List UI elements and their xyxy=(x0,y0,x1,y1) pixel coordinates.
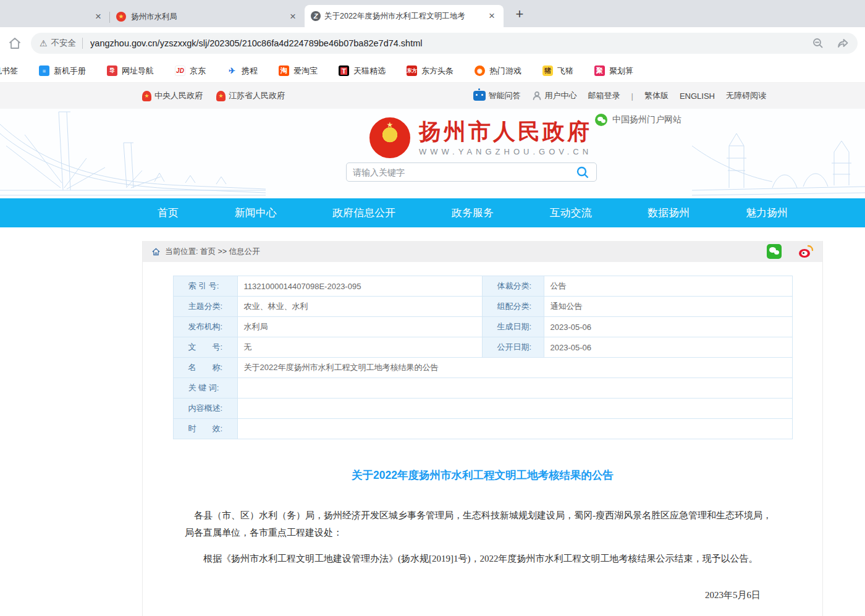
bookmark-label: 飞猪 xyxy=(557,65,573,77)
mail-login-link[interactable]: 邮箱登录 xyxy=(588,90,620,101)
portal-link[interactable]: 中国扬州门户网站 xyxy=(595,114,681,126)
meta-value: 2023-05-06 xyxy=(544,337,792,358)
home-icon[interactable] xyxy=(7,36,22,51)
zoom-out-icon[interactable] xyxy=(812,37,824,49)
national-emblem-logo xyxy=(369,117,410,158)
search-input[interactable] xyxy=(353,167,575,177)
table-row: 文 号: 无 公开日期: 2023-05-06 xyxy=(173,337,792,358)
banner-artwork-right xyxy=(692,109,865,198)
taobao-icon: 淘 xyxy=(279,65,289,76)
nav-interaction[interactable]: 互动交流 xyxy=(550,206,592,220)
fliggy-icon: 猪 xyxy=(542,65,553,76)
nav-news[interactable]: 新闻中心 xyxy=(235,206,277,220)
gov-emblem-favicon: ★ xyxy=(116,12,126,22)
meta-value: 公告 xyxy=(544,276,792,297)
smart-qa-link[interactable]: 智能问答 xyxy=(473,90,521,101)
wechat-share-icon[interactable] xyxy=(767,244,782,259)
link-label: 江苏省人民政府 xyxy=(229,90,285,101)
user-center-link[interactable]: 用户中心 xyxy=(532,90,577,101)
url-nav-icon: 导 xyxy=(107,65,117,76)
breadcrumb-home-icon[interactable] xyxy=(151,247,161,256)
tab-close-icon[interactable]: × xyxy=(486,11,497,22)
tab-close-icon[interactable]: × xyxy=(287,11,298,22)
accessibility-link[interactable]: 无障碍阅读 xyxy=(726,90,766,101)
insecure-warning-icon[interactable]: ⚠ xyxy=(40,38,48,48)
article-body: 关于2022年度扬州市水利工程文明工地考核结果的公告 各县（市、区）水利（务）局… xyxy=(143,468,822,616)
link-jiangsu-gov[interactable]: ★ 江苏省人民政府 xyxy=(216,90,285,101)
meta-value: 农业、林业、水利 xyxy=(237,297,482,317)
bookmark-label: 天猫精选 xyxy=(353,65,386,77)
juhuasuan-icon: 聚 xyxy=(594,65,605,76)
new-tab-button[interactable]: + xyxy=(511,6,528,23)
nav-data-yangzhou[interactable]: 数据扬州 xyxy=(648,206,690,220)
banner-artwork-left xyxy=(0,109,266,198)
table-row: 内容概述: xyxy=(173,399,792,419)
bookmark-juhuasuan[interactable]: 聚 聚划算 xyxy=(594,65,633,77)
nav-info-disclosure[interactable]: 政府信息公开 xyxy=(332,206,395,220)
meta-label: 主题分类: xyxy=(173,297,237,317)
ctrip-icon: ✈ xyxy=(227,65,237,76)
meta-value: 关于2022年度扬州市水利工程文明工地考核结果的公告 xyxy=(237,358,792,378)
gov-emblem-icon: ★ xyxy=(142,91,151,101)
site-banner: 扬州市人民政府 WWW.YANGZHOU.GOV.CN 中国扬州门户网站 xyxy=(0,109,865,198)
url-text[interactable]: yangzhou.gov.cn/yzszxxgk/slj/202305/210c… xyxy=(90,38,804,48)
table-row: 主题分类: 农业、林业、水利 组配分类: 通知公告 xyxy=(173,297,792,317)
share-icon[interactable] xyxy=(837,37,849,49)
bookmark-aitaobao[interactable]: 淘 爱淘宝 xyxy=(279,65,318,77)
document-meta-table: 索 引 号: 11321000014407098E-2023-095 体裁分类:… xyxy=(173,276,793,439)
site-utility-bar: ★ 中央人民政府 ★ 江苏省人民政府 智能问答 用户中心 邮箱登录 | 繁体版 xyxy=(0,83,865,109)
tab-bar: × ★ 扬州市水利局 × Z 关于2022年度扬州市水利工程文明工地考 × + xyxy=(0,0,865,27)
meta-value xyxy=(237,419,792,439)
bookmark-tmall[interactable]: T 天猫精选 xyxy=(339,65,386,77)
content-area: 当前位置: 首页 >> 信息公开 索 引 号: 1132100001440709… xyxy=(142,241,823,616)
tab-1[interactable]: × xyxy=(0,6,110,27)
bookmarks-bar: 机书签 ≡ 新机手册 导 网址导航 JD 京东 ✈ 携程 淘 爱淘宝 T 天猫精… xyxy=(0,59,865,83)
site-favicon: Z xyxy=(311,11,321,21)
bookmark-label: 爱淘宝 xyxy=(293,65,318,77)
nav-home[interactable]: 首页 xyxy=(158,206,179,220)
english-link[interactable]: ENGLISH xyxy=(680,91,715,101)
meta-label: 关 键 词: xyxy=(173,378,237,399)
tab-title: 关于2022年度扬州市水利工程文明工地考 xyxy=(324,11,483,22)
link-label: 用户中心 xyxy=(545,90,577,101)
link-label: 中央人民政府 xyxy=(154,90,203,101)
bookmark-label: 东方头条 xyxy=(421,65,454,77)
traditional-link[interactable]: 繁体版 xyxy=(644,90,669,101)
separator: | xyxy=(631,91,633,101)
meta-label: 名 称: xyxy=(173,358,237,378)
search-icon[interactable] xyxy=(575,165,590,180)
table-row: 名 称: 关于2022年度扬州市水利工程文明工地考核结果的公告 xyxy=(173,358,792,378)
bookmark-eastday[interactable]: 东方 东方头条 xyxy=(407,65,454,77)
bookmark-ctrip[interactable]: ✈ 携程 xyxy=(227,65,258,77)
meta-value: 2023-05-06 xyxy=(544,317,792,337)
meta-value: 水利局 xyxy=(237,317,482,337)
breadcrumb: 当前位置: 首页 >> 信息公开 xyxy=(143,241,822,262)
bookmark-url-nav[interactable]: 导 网址导航 xyxy=(107,65,154,77)
tab-3-active[interactable]: Z 关于2022年度扬州市水利工程文明工地考 × xyxy=(305,5,504,27)
main-nav: 首页 新闻中心 政府信息公开 政务服务 互动交流 数据扬州 魅力扬州 xyxy=(0,198,865,227)
tab-close-icon[interactable]: × xyxy=(93,11,104,22)
nav-charm-yangzhou[interactable]: 魅力扬州 xyxy=(746,206,788,220)
bookmark-fliggy[interactable]: 猪 飞猪 xyxy=(542,65,573,77)
site-url-text: WWW.YANGZHOU.GOV.CN xyxy=(419,147,592,156)
meta-label: 组配分类: xyxy=(482,297,544,317)
meta-label: 公开日期: xyxy=(482,337,544,358)
meta-label: 时 效: xyxy=(173,419,237,439)
bookmark-jd[interactable]: JD 京东 xyxy=(175,65,206,77)
bookmark-new-phone-manual[interactable]: ≡ 新机手册 xyxy=(39,65,86,77)
url-field[interactable]: ⚠ 不安全 yangzhou.gov.cn/yzszxxgk/slj/20230… xyxy=(31,33,858,54)
article-title: 关于2022年度扬州市水利工程文明工地考核结果的公告 xyxy=(143,468,822,483)
bookmark-label: 新机手册 xyxy=(54,65,86,77)
table-row: 时 效: xyxy=(173,419,792,439)
security-label: 不安全 xyxy=(51,38,77,49)
eastday-icon: 东方 xyxy=(407,65,417,76)
manual-icon: ≡ xyxy=(39,65,49,76)
link-central-gov[interactable]: ★ 中央人民政府 xyxy=(142,90,203,101)
tab-2[interactable]: ★ 扬州市水利局 × xyxy=(110,6,305,27)
breadcrumb-text[interactable]: 当前位置: 首页 >> 信息公开 xyxy=(165,247,260,257)
weibo-share-icon[interactable] xyxy=(798,244,814,259)
bookmark-hot-games[interactable]: ◉ 热门游戏 xyxy=(475,65,521,77)
bookmark-label: 聚划算 xyxy=(609,65,633,77)
bookmark-phone-bookmarks[interactable]: 机书签 xyxy=(0,65,18,77)
nav-services[interactable]: 政务服务 xyxy=(452,206,494,220)
